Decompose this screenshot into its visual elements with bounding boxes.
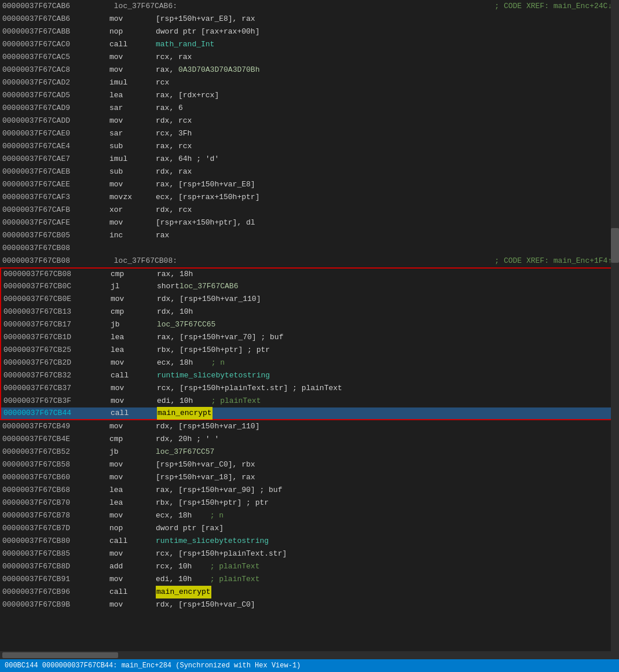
address: 00000037F67CB80 (2, 535, 109, 548)
disasm-line: 00000037F67CB1Dlearax, [rsp+150h+var_70]… (0, 331, 619, 344)
mnemonic: nop (109, 522, 156, 535)
address: 00000037F67CAD5 (2, 89, 109, 102)
comment: ; plainText (192, 573, 259, 586)
address: 00000037F67CAE4 (2, 140, 109, 153)
operand: rdx, 20h ; ' ' (156, 433, 219, 446)
operand: ecx, [rsp+rax+150h+ptr] (156, 191, 259, 204)
address: 00000037F67CB0E (3, 293, 111, 306)
call-target: runtime_slicebytetostring (157, 369, 270, 382)
operand: rax, [rsp+150h+var_E8] (156, 178, 255, 191)
disasm-line: 00000037F67CB25learbx, [rsp+150h+ptr] ; … (0, 344, 619, 357)
mnemonic: mov (111, 395, 157, 407)
mnemonic: lea (109, 89, 156, 102)
operand: rcx, rax (156, 51, 192, 64)
disasm-line: 00000037F67CB37movrcx, [rsp+150h+plainTe… (0, 382, 619, 395)
mnemonic: sub (109, 140, 156, 153)
operand: rax (156, 229, 169, 242)
address: 00000037F67CAC0 (2, 38, 109, 51)
address: 00000037F67CB1D (3, 331, 111, 344)
mnemonic: mov (109, 178, 156, 191)
address: 00000037F67CB78 (2, 509, 109, 522)
address: 00000037F67CB96 (2, 586, 109, 598)
operand: ecx, 18h (157, 357, 193, 369)
operand: rdx, 10h (157, 306, 193, 318)
mnemonic: mov (111, 382, 157, 395)
address: 00000037F67CAD2 (2, 76, 109, 89)
mnemonic: mov (111, 357, 157, 369)
operand: [rsp+150h+var_18], rax (156, 471, 255, 484)
address: 00000037F67CB7D (2, 522, 109, 535)
operand: dword ptr [rax+rax+00h] (156, 25, 259, 38)
operand: short (157, 280, 180, 293)
disasm-line: 00000037F67CB08 loc_37F67CB08:; CODE XRE… (0, 255, 619, 267)
mnemonic: cmp (109, 433, 156, 446)
operand: edi, 10h (157, 395, 193, 407)
mnemonic: mov (109, 13, 156, 25)
disasm-line: 00000037F67CB2Dmovecx, 18h ; n (0, 357, 619, 369)
address: 00000037F67CB85 (2, 548, 109, 560)
status-bar: 000BC144 0000000037F67CB44: main_Enc+284… (0, 659, 619, 672)
address: 00000037F67CB2D (3, 357, 111, 369)
scrollbar-thumb[interactable] (611, 228, 619, 263)
hscrollbar-thumb[interactable] (2, 652, 118, 658)
disasm-line: 00000037F67CAEEmovrax, [rsp+150h+var_E8] (0, 178, 619, 191)
loc-ref: loc_37F67CC57 (156, 446, 214, 458)
address: 00000037F67CB05 (2, 229, 109, 242)
operand: rax, [rsp+150h+var_70] ; buf (157, 331, 283, 344)
label-name: loc_37F67CAB6: (109, 0, 177, 13)
operand: rdx, rcx (156, 204, 192, 216)
address: 00000037F67CB52 (2, 446, 109, 458)
address: 00000037F67CAE0 (2, 127, 109, 140)
mnemonic: imul (109, 153, 156, 166)
mnemonic: mov (109, 548, 156, 560)
disasm-line: 00000037F67CB8Daddrcx, 10h ; plainText (0, 560, 619, 573)
mnemonic: inc (109, 229, 156, 242)
operand: rdx, [rsp+150h+var_C0] (156, 598, 255, 611)
disasm-line: 00000037F67CAB6 loc_37F67CAB6:; CODE XRE… (0, 0, 619, 13)
comment: ; n (193, 357, 225, 369)
operand: rbx, [rsp+150h+ptr] ; ptr (157, 344, 270, 357)
operand: rdx, rax (156, 166, 192, 178)
disasm-line: 00000037F67CB05incrax (0, 229, 619, 242)
mnemonic: lea (111, 344, 157, 357)
loc-ref: loc_37F67CC65 (157, 318, 215, 331)
disasm-line: 00000037F67CB32callruntime_slicebytetost… (0, 369, 619, 382)
operand: edi, 10h (156, 573, 192, 586)
address: 00000037F67CAC8 (2, 64, 109, 76)
call-target-highlight: main_encrypt (156, 586, 211, 598)
address: 00000037F67CB08 (2, 255, 109, 267)
disasm-line: 00000037F67CB4Ecmprdx, 20h ; ' ' (0, 433, 619, 446)
disasm-line: 00000037F67CB7Dnopdword ptr [rax] (0, 522, 619, 535)
address: 00000037F67CAE7 (2, 153, 109, 166)
disasm-line: 00000037F67CB80callruntime_slicebytetost… (0, 535, 619, 548)
mnemonic: sar (109, 102, 156, 115)
mnemonic: mov (109, 115, 156, 127)
disasm-line: 00000037F67CB78movecx, 18h ; n (0, 509, 619, 522)
mnemonic: mov (109, 598, 156, 611)
mnemonic: call (111, 407, 157, 420)
operand: rax, 0A3D70A3D70A3D70Bh (156, 64, 259, 76)
operand: rbx, [rsp+150h+ptr] ; ptr (156, 497, 269, 509)
operand: rax, 18h (157, 268, 193, 281)
mnemonic: call (109, 535, 156, 548)
xref-comment: ; CODE XREF: main_Enc+24C↓j (495, 0, 617, 13)
disasm-line: 00000037F67CB60mov[rsp+150h+var_18], rax (0, 471, 619, 484)
mnemonic: cmp (111, 306, 157, 318)
horizontal-scrollbar[interactable] (0, 651, 619, 659)
disasm-line: 00000037F67CABBnopdword ptr [rax+rax+00h… (0, 25, 619, 38)
address: 00000037F67CAD9 (2, 102, 109, 115)
operand: rax, [rdx+rcx] (156, 89, 219, 102)
mnemonic: xor (109, 204, 156, 216)
address: 00000037F67CAB6 (2, 13, 109, 25)
mnemonic: mov (109, 509, 156, 522)
disasm-line: 00000037F67CB08cmprax, 18h (0, 267, 619, 280)
disasm-line: 00000037F67CB13cmprdx, 10h (0, 306, 619, 318)
disasm-line: 00000037F67CAB6mov[rsp+150h+var_E8], rax (0, 13, 619, 25)
address: 00000037F67CB4E (2, 433, 109, 446)
operand: rax, [rsp+150h+var_90] ; buf (156, 484, 282, 497)
disasm-line: 00000037F67CB08 (0, 242, 619, 255)
comment: ; plainText (192, 560, 259, 573)
disasm-line: 00000037F67CB52jbloc_37F67CC57 (0, 446, 619, 458)
disasm-line: 00000037F67CAC0callmath_rand_Int (0, 38, 619, 51)
vertical-scrollbar[interactable] (611, 0, 619, 651)
